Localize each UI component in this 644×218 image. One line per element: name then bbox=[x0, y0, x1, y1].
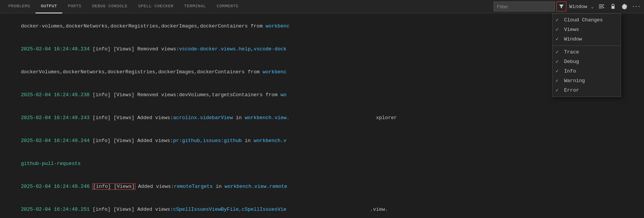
log-line-8: 2025-02-04 16:24:49.246 [info] [Views] A… bbox=[3, 175, 641, 198]
source-selector[interactable]: Window ⌄ bbox=[568, 3, 595, 10]
log-tag: [info] [Views] bbox=[93, 115, 134, 121]
log-text: xplorer bbox=[289, 115, 397, 121]
tab-problems[interactable]: PROBLEMS bbox=[3, 0, 36, 13]
log-timestamp: 2025-02-04 16:24:49.238 bbox=[21, 92, 93, 98]
log-link[interactable]: wo bbox=[281, 92, 287, 98]
check-icon: ✓ bbox=[556, 87, 561, 93]
log-panel: docker-volumes,dockerNetworks,dockerRegi… bbox=[0, 13, 644, 218]
check-icon: ✓ bbox=[556, 59, 561, 65]
source-label: Window bbox=[568, 3, 589, 10]
lock-btn[interactable] bbox=[608, 2, 618, 11]
tab-debug-console[interactable]: DEBUG CONSOLE bbox=[87, 0, 133, 13]
content-area: docker-volumes,dockerNetworks,dockerRegi… bbox=[0, 13, 644, 218]
log-link[interactable]: remoteTargets bbox=[174, 184, 213, 189]
filter-input[interactable] bbox=[494, 2, 555, 11]
toolbar-right: Window ⌄ ··· bbox=[494, 2, 641, 11]
log-tag: [info] [Views] bbox=[93, 138, 134, 144]
menu-item-views[interactable]: ✓ Views bbox=[553, 25, 621, 34]
tab-bar: PROBLEMS OUTPUT PORTS DEBUG CONSOLE SPEL… bbox=[0, 0, 644, 13]
tab-spell-checker[interactable]: SPELL CHECKER bbox=[133, 0, 179, 13]
check-icon: ✓ bbox=[556, 27, 561, 32]
tab-terminal[interactable]: TERMINAL bbox=[179, 0, 211, 13]
filter-icon-btn[interactable] bbox=[556, 2, 566, 11]
menu-item-trace[interactable]: ✓ Trace bbox=[553, 47, 621, 57]
log-timestamp: 2025-02-04 16:24:49.251 bbox=[21, 207, 93, 212]
log-link[interactable]: workbenc bbox=[263, 69, 286, 75]
log-link[interactable]: vscode-docker.views.help bbox=[179, 46, 250, 52]
menu-item-window[interactable]: ✓ Window bbox=[553, 34, 621, 44]
log-line-1: docker-volumes,dockerNetworks,dockerRegi… bbox=[3, 15, 641, 38]
tab-comments[interactable]: COMMENTS bbox=[211, 0, 244, 13]
log-tag: [info] [Views] bbox=[93, 46, 134, 52]
word-wrap-btn[interactable] bbox=[597, 2, 607, 11]
log-line-6: 2025-02-04 16:24:49.244 [info] [Views] A… bbox=[3, 129, 641, 152]
log-line-4: 2025-02-04 16:24:49.238 [info] [Views] R… bbox=[3, 84, 641, 107]
log-link[interactable]: workbench.v bbox=[254, 138, 286, 144]
log-tag-boxed: [info] [Views] bbox=[93, 184, 135, 189]
log-text: Removed views:devVolumes,targetsContaine… bbox=[134, 92, 280, 98]
log-text: Added views: bbox=[134, 115, 173, 121]
lock-icon bbox=[610, 3, 616, 10]
filter-dropdown-menu: ✓ Cloud Changes ✓ Views ✓ Window ✓ Trace… bbox=[552, 13, 621, 97]
log-link[interactable]: cSpellIssuesViewByFile,cSpellIssuesVie bbox=[173, 207, 286, 212]
log-link[interactable]: vscode-dock bbox=[254, 46, 286, 52]
check-icon: ✓ bbox=[556, 49, 561, 55]
menu-separator bbox=[553, 45, 621, 46]
log-text: docker-volumes,dockerNetworks,dockerRegi… bbox=[21, 23, 266, 29]
menu-item-label: Window bbox=[564, 36, 582, 42]
log-tag: [info] [Views] bbox=[93, 92, 134, 98]
check-icon: ✓ bbox=[556, 68, 561, 74]
log-text: .view. bbox=[286, 207, 388, 212]
log-tag: [info] [Views] bbox=[93, 207, 134, 212]
menu-item-label: Warning bbox=[564, 78, 585, 84]
menu-item-warning[interactable]: ✓ Warning bbox=[553, 76, 621, 86]
log-text: in bbox=[213, 184, 224, 189]
svg-rect-1 bbox=[599, 6, 603, 7]
menu-item-label: Views bbox=[564, 27, 579, 32]
log-text: Added views: bbox=[134, 207, 173, 212]
log-line-5: 2025-02-04 16:24:49.243 [info] [Views] A… bbox=[3, 107, 641, 129]
log-link[interactable]: workbench.view. bbox=[245, 115, 289, 121]
log-line-2: 2025-02-04 16:24:49.234 [info] [Views] R… bbox=[3, 38, 641, 61]
menu-item-debug[interactable]: ✓ Debug bbox=[553, 57, 621, 66]
log-link[interactable]: acrolinx.sidebarView bbox=[173, 115, 233, 121]
log-link[interactable]: pr:github,issues:github bbox=[173, 138, 242, 144]
funnel-icon bbox=[558, 3, 564, 10]
log-line-9: 2025-02-04 16:24:49.251 [info] [Views] A… bbox=[3, 198, 641, 218]
menu-item-error[interactable]: ✓ Error bbox=[553, 86, 621, 95]
log-text: Added views: bbox=[134, 138, 173, 144]
log-timestamp: 2025-02-04 16:24:49.244 bbox=[21, 138, 93, 144]
gear-icon bbox=[621, 3, 628, 10]
log-text: in bbox=[242, 138, 254, 144]
log-link[interactable]: workbench.view.remote bbox=[224, 184, 287, 189]
chevron-down-icon[interactable]: ⌄ bbox=[589, 3, 595, 10]
log-timestamp: 2025-02-04 16:24:49.243 bbox=[21, 115, 93, 121]
svg-rect-0 bbox=[599, 5, 604, 5]
check-icon: ✓ bbox=[556, 36, 561, 42]
menu-item-label: Trace bbox=[564, 49, 579, 55]
menu-item-label: Debug bbox=[564, 59, 579, 65]
check-icon: ✓ bbox=[556, 78, 561, 84]
menu-item-label: Cloud Changes bbox=[564, 17, 603, 23]
log-line-3: dockerVolumes,dockerNetworks,dockerRegis… bbox=[3, 61, 641, 84]
menu-item-cloud-changes[interactable]: ✓ Cloud Changes bbox=[553, 15, 621, 25]
log-link[interactable]: workbenc bbox=[266, 23, 289, 29]
settings-btn[interactable] bbox=[620, 2, 629, 11]
log-text: Removed views: bbox=[134, 46, 179, 52]
svg-rect-3 bbox=[611, 6, 615, 9]
log-text: Added views: bbox=[135, 184, 174, 189]
log-line-7: github-pull-requests bbox=[3, 152, 641, 175]
log-text: in bbox=[233, 115, 245, 121]
tab-output[interactable]: OUTPUT bbox=[36, 0, 63, 13]
word-wrap-icon bbox=[598, 3, 605, 10]
menu-item-info[interactable]: ✓ Info bbox=[553, 66, 621, 76]
log-timestamp: 2025-02-04 16:24:49.246 bbox=[21, 184, 93, 189]
svg-rect-2 bbox=[599, 8, 602, 8]
log-link-green[interactable]: github-pull-requests bbox=[21, 161, 81, 166]
check-icon: ✓ bbox=[556, 17, 561, 23]
menu-item-label: Error bbox=[564, 87, 579, 93]
more-actions-btn[interactable]: ··· bbox=[631, 2, 641, 11]
log-text: dockerVolumes,dockerNetworks,dockerRegis… bbox=[21, 69, 263, 75]
tab-ports[interactable]: PORTS bbox=[62, 0, 87, 13]
log-timestamp: 2025-02-04 16:24:49.234 bbox=[21, 46, 93, 52]
